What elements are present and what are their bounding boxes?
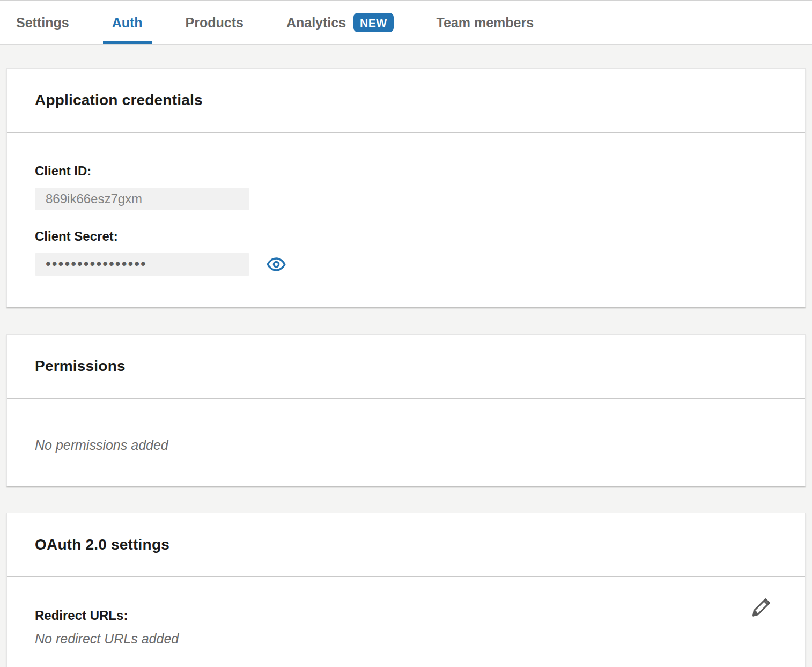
client-secret-row: •••••••••••••••• — [35, 253, 777, 276]
oauth-settings-card: OAuth 2.0 settings Redirect URLs: No red… — [6, 513, 806, 667]
new-badge: NEW — [353, 13, 394, 32]
client-id-field[interactable]: 869ik66esz7gxm — [35, 188, 249, 210]
tab-auth[interactable]: Auth — [103, 1, 152, 44]
application-credentials-card: Application credentials Client ID: 869ik… — [6, 68, 806, 307]
reveal-secret-button[interactable] — [267, 256, 286, 272]
tab-products[interactable]: Products — [176, 1, 253, 44]
permissions-card: Permissions No permissions added — [6, 334, 806, 486]
no-redirect-urls-text: No redirect URLs added — [35, 631, 179, 646]
client-secret-label: Client Secret: — [35, 228, 777, 244]
pencil-icon — [750, 596, 773, 618]
no-permissions-text: No permissions added — [35, 438, 168, 453]
permissions-header: Permissions — [7, 335, 805, 398]
spacer — [35, 210, 777, 228]
edit-redirect-urls-button[interactable] — [750, 596, 773, 618]
application-credentials-header: Application credentials — [7, 69, 805, 132]
redirect-urls-label: Redirect URLs: — [35, 607, 777, 624]
tab-team-members-label: Team members — [437, 15, 534, 31]
application-credentials-title: Application credentials — [35, 92, 203, 109]
tab-settings[interactable]: Settings — [7, 1, 78, 44]
client-id-label: Client ID: — [35, 163, 777, 179]
eye-icon — [267, 256, 286, 272]
tab-analytics-label: Analytics — [286, 15, 346, 31]
permissions-body: No permissions added — [7, 399, 805, 486]
tab-analytics[interactable]: Analytics NEW — [277, 1, 403, 44]
tab-bar: Settings Auth Products Analytics NEW Tea… — [0, 0, 812, 45]
oauth-settings-header: OAuth 2.0 settings — [7, 513, 805, 576]
tab-team-members[interactable]: Team members — [427, 1, 543, 44]
application-credentials-body: Client ID: 869ik66esz7gxm Client Secret:… — [7, 133, 805, 307]
oauth-settings-body: Redirect URLs: No redirect URLs added — [7, 577, 805, 667]
permissions-title: Permissions — [35, 358, 126, 375]
tab-auth-label: Auth — [112, 15, 143, 31]
tab-settings-label: Settings — [16, 15, 69, 31]
oauth-settings-title: OAuth 2.0 settings — [35, 536, 169, 553]
tab-products-label: Products — [186, 15, 243, 31]
main-content: Application credentials Client ID: 869ik… — [0, 68, 812, 667]
client-secret-field[interactable]: •••••••••••••••• — [35, 253, 249, 276]
